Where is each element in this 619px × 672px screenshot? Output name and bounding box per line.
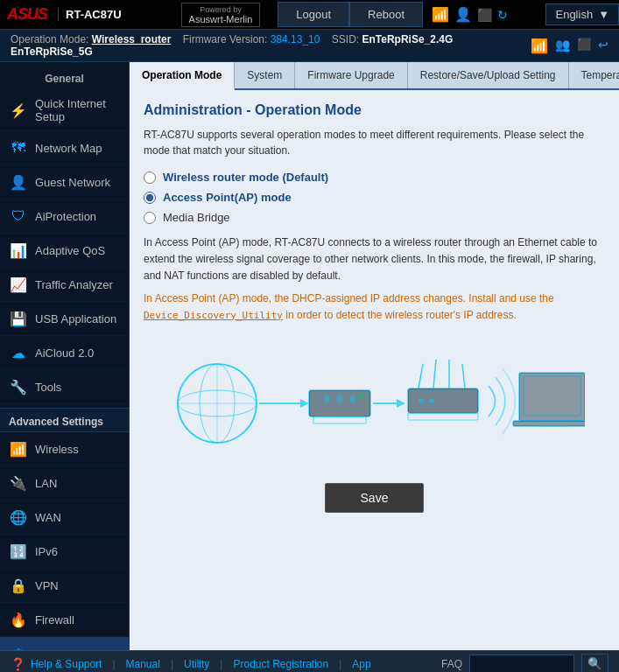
tab-firmware-upgrade[interactable]: Firmware Upgrade — [295, 62, 407, 88]
sidebar-item-aiprotection[interactable]: 🛡 AiProtection — [0, 200, 129, 234]
faq-label: FAQ — [441, 658, 462, 670]
ap-warning-end: in order to detect the wireless router's… — [283, 309, 517, 321]
ipv6-icon: 🔢 — [9, 542, 28, 561]
content-area: Administration - Operation Mode RT-AC87U… — [130, 90, 619, 650]
aicloud-label: AiCloud 2.0 — [35, 346, 94, 360]
ssid-label: SSID: — [332, 33, 359, 46]
svg-point-24 — [419, 398, 424, 403]
arrow-icon: ↩ — [598, 38, 608, 54]
firewall-label: Firewall — [35, 613, 74, 626]
tabs: Operation Mode System Firmware Upgrade R… — [130, 62, 619, 90]
tools-label: Tools — [35, 381, 61, 394]
wireless-label: Wireless — [35, 443, 79, 456]
usb-icon: ⬛ — [477, 8, 492, 22]
svg-point-14 — [359, 393, 364, 398]
help-support-link[interactable]: Help & Support — [31, 658, 102, 670]
powered-by-label: Powered by — [200, 5, 242, 14]
language-label: English — [555, 8, 593, 21]
utility-link[interactable]: Utility — [184, 658, 209, 670]
vpn-label: VPN — [35, 579, 59, 592]
administration-icon: ⚙ — [9, 644, 28, 650]
chevron-down-icon: ▼ — [598, 8, 609, 21]
ipv6-label: IPv6 — [35, 545, 58, 558]
reboot-button[interactable]: Reboot — [349, 2, 423, 27]
faq-search-input[interactable] — [469, 654, 574, 673]
tab-temperature[interactable]: Temperature — [569, 62, 620, 88]
ssid-value2: EnTeRpRiSe_5G — [11, 46, 93, 58]
refresh-icon: ↻ — [497, 8, 508, 22]
sidebar-item-ipv6[interactable]: 🔢 IPv6 — [0, 535, 129, 569]
page-title: Administration - Operation Mode — [144, 102, 605, 118]
adaptive-qos-label: Adaptive QoS — [35, 244, 105, 257]
tab-operation-mode[interactable]: Operation Mode — [130, 62, 235, 90]
status-icons: 📶 👤 ⬛ ↻ — [423, 6, 517, 23]
save-btn-container: Save — [144, 483, 605, 513]
sidebar-item-usb-application[interactable]: 💾 USB Application — [0, 302, 129, 336]
access-point-option[interactable]: Access Point(AP) mode — [144, 191, 605, 204]
aiprotection-label: AiProtection — [35, 210, 96, 223]
sidebar-item-network-map[interactable]: 🗺 Network Map — [0, 131, 129, 165]
footer-left: ❓ Help & Support | Manual | Utility | Pr… — [11, 657, 371, 671]
main-content: Operation Mode System Firmware Upgrade R… — [130, 62, 619, 650]
sidebar-item-aicloud[interactable]: ☁ AiCloud 2.0 — [0, 336, 129, 370]
app-link[interactable]: App — [352, 658, 370, 670]
router-model: RT-AC87U — [58, 8, 122, 21]
sidebar-item-adaptive-qos[interactable]: 📊 Adaptive QoS — [0, 234, 129, 268]
save-button[interactable]: Save — [325, 483, 425, 513]
footer-sep-2: | — [171, 658, 173, 670]
footer: ❓ Help & Support | Manual | Utility | Pr… — [0, 650, 619, 672]
sidebar-item-wireless[interactable]: 📶 Wireless — [0, 432, 129, 466]
help-icon: ❓ — [11, 657, 25, 671]
users-icon: 👥 — [555, 38, 570, 54]
media-bridge-option[interactable]: Media Bridge — [144, 211, 605, 224]
faq-search-button[interactable]: 🔍 — [581, 654, 608, 672]
sidebar-item-firewall[interactable]: 🔥 Firewall — [0, 603, 129, 637]
aicloud-icon: ☁ — [9, 343, 28, 362]
media-bridge-radio[interactable] — [144, 212, 156, 224]
asus-logo: ASUS — [7, 5, 47, 24]
aiprotection-icon: 🛡 — [9, 206, 28, 226]
svg-point-12 — [336, 396, 343, 402]
ap-warning-start: In Access Point (AP) mode, the DHCP-assi… — [144, 292, 554, 304]
logout-button[interactable]: Logout — [278, 2, 349, 27]
firewall-icon: 🔥 — [9, 610, 28, 629]
guest-network-label: Guest Network — [35, 176, 110, 189]
network-diagram — [144, 338, 605, 469]
traffic-analyzer-icon: 📈 — [9, 275, 28, 294]
sidebar-item-quick-setup[interactable]: ⚡ Quick InternetSetup — [0, 90, 129, 131]
sidebar-item-tools[interactable]: 🔧 Tools — [0, 370, 129, 404]
tab-restore-save[interactable]: Restore/Save/Upload Setting — [408, 62, 569, 88]
wireless-router-radio[interactable] — [144, 172, 156, 184]
sidebar-item-wan[interactable]: 🌐 WAN — [0, 500, 129, 535]
sidebar-item-lan[interactable]: 🔌 LAN — [0, 466, 129, 500]
router-antenna-group — [408, 360, 478, 420]
ap-info-text: In Access Point (AP) mode, RT-AC87U conn… — [144, 234, 605, 285]
svg-line-17 — [419, 364, 423, 388]
sidebar-item-guest-network[interactable]: 👤 Guest Network — [0, 165, 129, 200]
general-title: General — [0, 69, 129, 90]
svg-line-20 — [462, 364, 465, 388]
svg-rect-23 — [408, 413, 478, 420]
network-map-icon: 🗺 — [9, 138, 28, 158]
manual-link[interactable]: Manual — [126, 658, 160, 670]
quick-setup-icon: ⚡ — [9, 101, 28, 120]
signal-icon: 📶 — [531, 38, 548, 54]
tab-system[interactable]: System — [235, 62, 295, 88]
product-registration-link[interactable]: Product Registration — [233, 658, 328, 670]
device-discovery-link[interactable]: Device_Discovery_Utility — [144, 310, 283, 321]
op-mode-value: Wireless_router — [92, 33, 172, 46]
sidebar-item-traffic-analyzer[interactable]: 📈 Traffic Analyzer — [0, 268, 129, 302]
language-selector[interactable]: English ▼ — [545, 4, 619, 25]
guest-network-icon: 👤 — [9, 172, 28, 192]
access-point-radio[interactable] — [144, 192, 156, 204]
sidebar: General ⚡ Quick InternetSetup 🗺 Network … — [0, 62, 130, 650]
diagram-svg — [165, 346, 585, 460]
sidebar-item-vpn[interactable]: 🔒 VPN — [0, 569, 129, 603]
wireless-router-option[interactable]: Wireless router mode (Default) — [144, 171, 605, 184]
svg-rect-30 — [513, 421, 585, 426]
op-mode-label: Operation Mode: — [11, 33, 88, 46]
wifi-icon: 📶 — [432, 6, 449, 23]
info-bar-right: 📶 👥 ⬛ ↩ — [531, 38, 608, 54]
sidebar-item-administration[interactable]: ⚙ Administration — [0, 637, 129, 650]
lan-label: LAN — [35, 477, 57, 490]
